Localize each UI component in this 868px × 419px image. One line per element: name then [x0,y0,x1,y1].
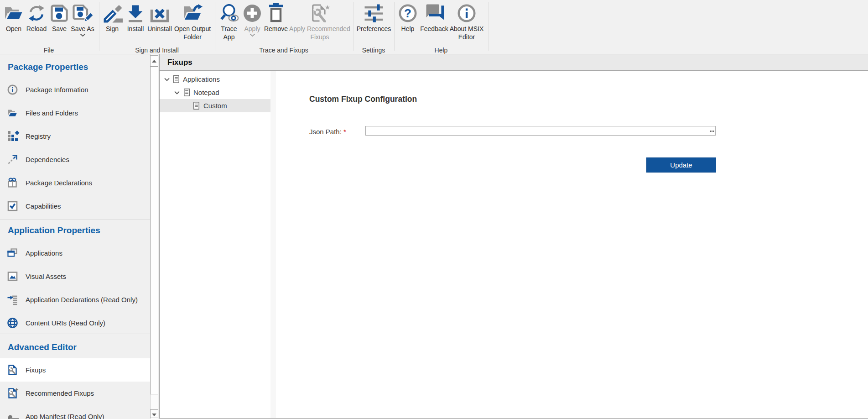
svg-text:?: ? [404,6,411,20]
